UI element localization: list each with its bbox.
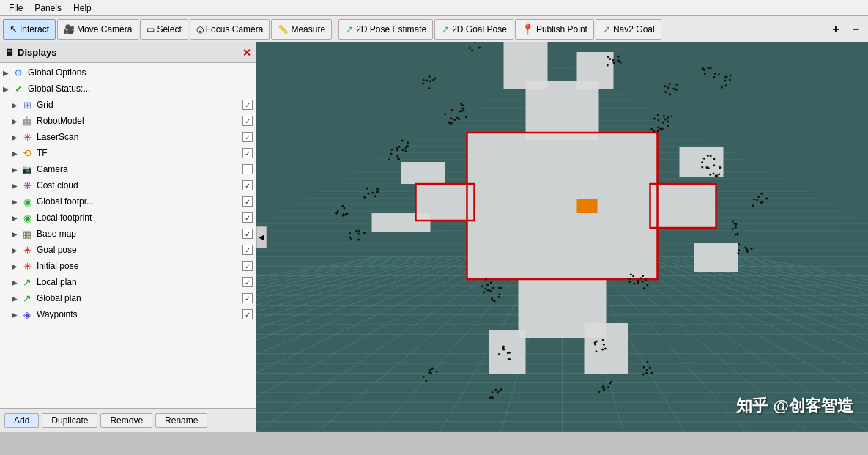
global-status-label: Global Status:... bbox=[28, 84, 253, 94]
global-plan-checkbox[interactable] bbox=[242, 293, 253, 303]
nav2-goal-button[interactable]: ↗ Nav2 Goal bbox=[596, 19, 661, 40]
local-plan-checkbox[interactable] bbox=[242, 277, 253, 287]
display-item-initial-pose[interactable]: ▶ ✳ Initial pose bbox=[0, 258, 256, 274]
interact-button[interactable]: ↖ Interact bbox=[3, 19, 56, 40]
camera-icon: 📷 bbox=[21, 163, 34, 176]
initial-pose-checkbox[interactable] bbox=[242, 261, 253, 271]
measure-button[interactable]: 📏 Measure bbox=[271, 19, 332, 40]
focus-camera-button[interactable]: ◎ Focus Camera bbox=[190, 19, 270, 40]
base-map-checkbox[interactable] bbox=[242, 229, 253, 239]
display-item-tf[interactable]: ▶ ⟲ TF bbox=[0, 145, 256, 161]
expand-arrow: ▶ bbox=[12, 133, 21, 141]
expand-arrow: ▶ bbox=[12, 262, 21, 270]
tf-checkbox[interactable] bbox=[242, 148, 253, 158]
display-item-goal-pose[interactable]: ▶ ✳ Goal pose bbox=[0, 242, 256, 258]
camera-checkbox[interactable] bbox=[242, 164, 253, 174]
display-item-robot-model[interactable]: ▶ 🤖 RobotModel bbox=[0, 113, 256, 129]
display-item-local-plan[interactable]: ▶ ↗ Local plan bbox=[0, 274, 256, 290]
focus-icon: ◎ bbox=[196, 24, 204, 34]
focus-camera-label: Focus Camera bbox=[206, 24, 264, 34]
display-item-grid[interactable]: ▶ ⊞ Grid bbox=[0, 97, 256, 113]
global-footprint-label: Global footpr... bbox=[37, 196, 242, 207]
panel-icon: 🖥 bbox=[4, 47, 15, 59]
expand-arrow: ▶ bbox=[12, 295, 21, 303]
goal-pose-checkbox[interactable] bbox=[242, 245, 253, 255]
toolbar-separator-1 bbox=[335, 21, 335, 38]
cost-cloud-checkbox[interactable] bbox=[242, 180, 253, 190]
nav2-icon: ↗ bbox=[602, 23, 611, 35]
remove-button[interactable]: Remove bbox=[100, 413, 152, 428]
select-label: Select bbox=[157, 24, 181, 34]
collapse-panel-button[interactable]: ◀ bbox=[256, 226, 267, 248]
display-item-local-footprint[interactable]: ▶ ◉ Local footprint bbox=[0, 210, 256, 226]
expand-arrow: ▶ bbox=[12, 278, 21, 286]
pose-estimate-button[interactable]: ↗ 2D Pose Estimate bbox=[338, 19, 433, 40]
tf-icon: ⟲ bbox=[21, 147, 34, 160]
interact-label: Interact bbox=[20, 24, 49, 34]
local-footprint-label: Local footprint bbox=[37, 212, 242, 223]
expand-arrow: ▶ bbox=[12, 246, 21, 254]
display-item-global-options[interactable]: ▶ ⚙ Global Options bbox=[0, 64, 256, 81]
panel-title: 🖥 Displays bbox=[4, 47, 56, 59]
panel-title-text: Displays bbox=[18, 47, 56, 58]
global-plan-icon: ↗ bbox=[21, 292, 34, 305]
panel-bottom-buttons: Add Duplicate Remove Rename bbox=[0, 408, 256, 432]
camera-move-icon: 🎥 bbox=[64, 24, 75, 34]
cost-cloud-icon: ❋ bbox=[21, 179, 34, 192]
displays-list: ▶ ⚙ Global Options ▶ ✓ Global Status:...… bbox=[0, 63, 256, 408]
initial-pose-label: Initial pose bbox=[37, 261, 242, 271]
waypoints-label: Waypoints bbox=[37, 309, 242, 319]
move-camera-button[interactable]: 🎥 Move Camera bbox=[57, 19, 138, 40]
waypoints-checkbox[interactable] bbox=[242, 309, 253, 319]
goal-pose-button[interactable]: ↗ 2D Goal Pose bbox=[434, 19, 513, 40]
display-item-laser-scan[interactable]: ▶ ✳ LaserScan bbox=[0, 129, 256, 145]
display-item-global-status[interactable]: ▶ ✓ Global Status:... bbox=[0, 81, 256, 97]
toolbar-minus-button[interactable]: − bbox=[847, 19, 865, 40]
display-item-base-map[interactable]: ▶ ▦ Base map bbox=[0, 226, 256, 242]
display-item-cost-cloud[interactable]: ▶ ❋ Cost cloud bbox=[0, 177, 256, 193]
duplicate-button[interactable]: Duplicate bbox=[42, 413, 97, 428]
publish-point-button[interactable]: 📍 Publish Point bbox=[515, 19, 594, 40]
toolbar-add-button[interactable]: + bbox=[826, 19, 845, 40]
expand-arrow: ▶ bbox=[12, 311, 21, 319]
expand-arrow: ▶ bbox=[12, 149, 21, 158]
expand-arrow: ▶ bbox=[12, 101, 21, 109]
expand-arrow: ▶ bbox=[12, 230, 21, 238]
display-item-waypoints[interactable]: ▶ ◈ Waypoints bbox=[0, 306, 256, 322]
global-footprint-checkbox[interactable] bbox=[242, 196, 253, 207]
select-button[interactable]: ▭ Select bbox=[140, 19, 188, 40]
publish-icon: 📍 bbox=[522, 23, 534, 35]
display-item-camera[interactable]: ▶ 📷 Camera bbox=[0, 161, 256, 177]
pose-estimate-icon: ↗ bbox=[345, 23, 354, 35]
expand-arrow: ▶ bbox=[12, 166, 21, 174]
rename-button[interactable]: Rename bbox=[155, 413, 207, 428]
global-options-label: Global Options bbox=[28, 67, 253, 78]
local-plan-icon: ↗ bbox=[21, 275, 34, 289]
toolbar: ↖ Interact 🎥 Move Camera ▭ Select ◎ Focu… bbox=[0, 16, 868, 42]
publish-point-label: Publish Point bbox=[536, 24, 587, 34]
menu-help[interactable]: Help bbox=[67, 1, 97, 15]
pose-estimate-label: 2D Pose Estimate bbox=[356, 24, 426, 34]
display-item-global-footprint[interactable]: ▶ ◉ Global footpr... bbox=[0, 193, 256, 210]
interact-icon: ↖ bbox=[10, 23, 18, 34]
grid-checkbox[interactable] bbox=[242, 100, 253, 110]
goal-pose-disp-label: Goal pose bbox=[37, 245, 242, 255]
menu-file[interactable]: File bbox=[3, 1, 29, 15]
panel-close-button[interactable]: ✕ bbox=[242, 47, 251, 59]
menu-panels[interactable]: Panels bbox=[29, 1, 67, 15]
3d-view[interactable]: ◀ 知乎 @创客智造 bbox=[256, 42, 868, 432]
display-item-global-plan[interactable]: ▶ ↗ Global plan bbox=[0, 290, 256, 306]
select-icon: ▭ bbox=[146, 24, 155, 34]
expand-arrow: ▶ bbox=[12, 214, 21, 222]
local-footprint-checkbox[interactable] bbox=[242, 212, 253, 223]
initial-pose-icon: ✳ bbox=[21, 259, 34, 273]
menu-bar: File Panels Help bbox=[0, 0, 868, 16]
main-layout: 🖥 Displays ✕ ▶ ⚙ Global Options ▶ ✓ Glob… bbox=[0, 42, 868, 432]
add-button[interactable]: Add bbox=[4, 413, 39, 428]
local-plan-label: Local plan bbox=[37, 277, 242, 287]
robot-model-checkbox[interactable] bbox=[242, 116, 253, 126]
grid-icon: ⊞ bbox=[21, 98, 34, 111]
waypoints-icon: ◈ bbox=[21, 308, 34, 321]
laser-scan-checkbox[interactable] bbox=[242, 132, 253, 142]
goal-pose-label: 2D Goal Pose bbox=[452, 24, 507, 34]
